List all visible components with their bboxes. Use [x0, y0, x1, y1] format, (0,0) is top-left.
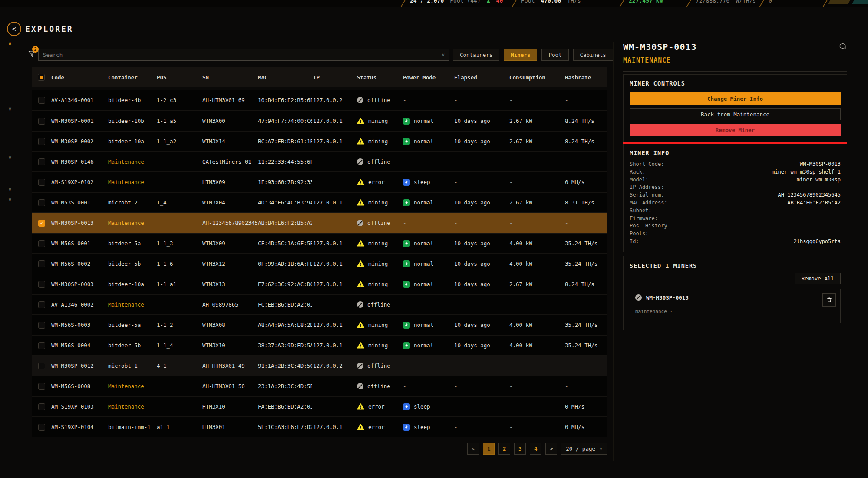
bottom-border-line: [0, 471, 868, 471]
cell-power-mode: -: [402, 220, 453, 226]
view-tab-miners[interactable]: Miners: [504, 49, 537, 61]
page-button-3[interactable]: 3: [514, 443, 526, 455]
cell-status: offline: [356, 363, 402, 369]
view-tab-pool[interactable]: Pool: [541, 49, 568, 61]
cell-mac: 0F:99:AD:1B:6A:FD: [257, 260, 312, 267]
cell-container: bitdeer-5b: [107, 260, 156, 267]
table-row[interactable]: WM-M30SP-0003bitdeer-10a1-1_a1WTM3X13E7:…: [32, 274, 607, 294]
row-checkbox[interactable]: ✓: [38, 220, 45, 227]
table-row[interactable]: WM-M30SP-0146MaintenanceQATestMiners-011…: [32, 151, 607, 171]
table-row[interactable]: AM-S19XP-0103MaintenanceHTM3X10FA:EB:B6:…: [32, 396, 607, 416]
status-label: error: [368, 179, 385, 185]
row-checkbox[interactable]: [38, 281, 45, 288]
rail-chevron-down-icon[interactable]: ∨: [5, 186, 15, 192]
table-row[interactable]: WM-M56S-0002bitdeer-5b1-1_6WTM3X120F:99:…: [32, 253, 607, 274]
table-row[interactable]: WM-M30SP-0002bitdeer-10a1-1_a2WTM3X14BC:…: [32, 131, 607, 151]
power-label: sleep: [414, 403, 430, 410]
page-button-2[interactable]: 2: [498, 443, 510, 455]
table-row[interactable]: WM-M53S-0001microbt-21_4WTM3X044D:34:F6:…: [32, 192, 607, 212]
cell-elapsed: -: [453, 424, 508, 430]
cell-code: WM-M53S-0001: [50, 199, 107, 206]
table-row[interactable]: AM-S19XP-0102MaintenanceHTM3X091F:93:60:…: [32, 171, 607, 192]
table-row[interactable]: AM-S19XP-0104bitmain-imm-1a1_1HTM3X015F:…: [32, 416, 607, 437]
row-checkbox[interactable]: [38, 260, 45, 267]
next-page-button[interactable]: >: [545, 443, 557, 455]
back-from-maintenance-button[interactable]: Back from Maintenance: [630, 108, 841, 120]
cell-code: AM-S19XP-0102: [50, 179, 107, 185]
cell-sn: QATestMiners-01: [201, 158, 257, 165]
cell-hashrate: 0 MH/s: [564, 179, 607, 185]
cell-consumption: -: [508, 403, 564, 410]
cell-ip: 127.0.0.1: [312, 424, 356, 430]
row-checkbox[interactable]: [38, 363, 45, 369]
miner-info-row: Short Code:WM-M30SP-0013: [630, 161, 841, 168]
remove-all-button[interactable]: Remove All: [795, 273, 841, 284]
table-row[interactable]: WM-M56S-0008MaintenanceAH-HTM3X01_5023:1…: [32, 376, 607, 396]
rail-chevron-down-icon[interactable]: ∨: [5, 196, 15, 203]
comment-icon[interactable]: [839, 43, 846, 52]
cell-hashrate: 35.24 TH/s: [564, 240, 607, 247]
row-checkbox[interactable]: [38, 403, 45, 410]
table-row[interactable]: AV-A1346-0001bitdeer-4b1-2_c3AH-HTM3X01_…: [32, 90, 607, 110]
cell-sn: WTM3X14: [201, 138, 257, 145]
cell-hashrate: -: [564, 363, 607, 369]
back-button[interactable]: <: [7, 22, 21, 36]
row-checkbox[interactable]: [38, 97, 45, 104]
row-checkbox[interactable]: [38, 322, 45, 329]
cell-power-mode: sleep: [402, 403, 453, 410]
cell-ip: 127.0.0.1: [312, 260, 356, 267]
rail-chevron-down-icon[interactable]: ∨: [5, 105, 15, 112]
top-bar-divider: [820, 0, 828, 7]
remove-miner-button[interactable]: Remove Miner: [630, 124, 841, 136]
miner-info-row: Pos. History: [630, 222, 841, 230]
row-checkbox-cell: [32, 363, 50, 369]
select-all-checkbox[interactable]: [38, 74, 45, 81]
top-bar-segments: 24 / 2,070Pool (44)▲40Pool470.00TH/s227.…: [396, 0, 829, 7]
row-checkbox[interactable]: [38, 383, 45, 390]
rail-chevron-down-icon[interactable]: ∨: [5, 154, 15, 161]
column-header: Hashrate: [564, 74, 607, 81]
search-input[interactable]: [43, 52, 442, 58]
row-checkbox[interactable]: [38, 301, 45, 308]
row-checkbox[interactable]: [38, 342, 45, 349]
view-tab-containers[interactable]: Containers: [453, 49, 499, 61]
power-label: sleep: [414, 424, 430, 430]
row-checkbox[interactable]: [38, 424, 45, 431]
status-label: offline: [367, 97, 390, 103]
row-checkbox[interactable]: [38, 179, 45, 186]
table-row[interactable]: WM-M56S-0003bitdeer-5a1-1_2WTM3X08A8:A4:…: [32, 314, 607, 335]
page-button-1[interactable]: 1: [483, 443, 495, 455]
cell-status: offline: [356, 301, 402, 308]
delete-selected-miner-button[interactable]: [822, 293, 836, 307]
color-swatch: [851, 0, 868, 4]
cell-hashrate: -: [564, 301, 607, 308]
table-row[interactable]: WM-M56S-0001bitdeer-5a1-1_3WTM3X09CF:4D:…: [32, 233, 607, 253]
row-checkbox[interactable]: [38, 158, 45, 165]
top-bar-swatches: [829, 0, 868, 4]
view-tab-cabinets[interactable]: Cabinets: [573, 49, 613, 61]
search-dropdown-chevron-icon[interactable]: ∨: [442, 52, 445, 58]
warning-icon: [357, 138, 364, 145]
row-checkbox[interactable]: [38, 199, 45, 206]
table-row[interactable]: WM-M30SP-0001bitdeer-10b1-1_a5WTM3X0047:…: [32, 110, 607, 131]
change-miner-info-button[interactable]: Change Miner Info: [630, 92, 841, 105]
page-button-4[interactable]: 4: [530, 443, 541, 455]
table-row[interactable]: WM-M56S-0004bitdeer-5b1-1_4WTM3X1038:37:…: [32, 335, 607, 355]
cell-code: WM-M30SP-0013: [50, 220, 107, 226]
cell-container: bitdeer-10a: [107, 138, 156, 145]
table-row[interactable]: ✓WM-M30SP-0013MaintenanceAH-123456789023…: [32, 212, 607, 233]
miner-info-row: Pools:: [630, 230, 841, 238]
page-size-select[interactable]: 20 / page∨: [561, 443, 607, 455]
warning-icon: [357, 280, 364, 288]
table-row[interactable]: WM-M30SP-0012microbt-14_1AH-HTM3X01_4991…: [32, 355, 607, 376]
row-checkbox[interactable]: [38, 138, 45, 145]
info-value: AB:B4:E6:F2:B5:A2: [787, 199, 841, 207]
cell-consumption: 4.00 kW: [508, 260, 564, 267]
row-checkbox[interactable]: [38, 240, 45, 247]
row-checkbox[interactable]: [38, 118, 45, 125]
prev-page-button[interactable]: <: [467, 443, 479, 455]
table-row[interactable]: AV-A1346-0002MaintenanceAH-09897865FC:EB…: [32, 294, 607, 314]
rail-chevron-up-icon[interactable]: ∧: [5, 40, 15, 46]
cell-hashrate: 0 MH/s: [564, 403, 607, 410]
info-value: AH-12345678902345645: [778, 191, 841, 199]
